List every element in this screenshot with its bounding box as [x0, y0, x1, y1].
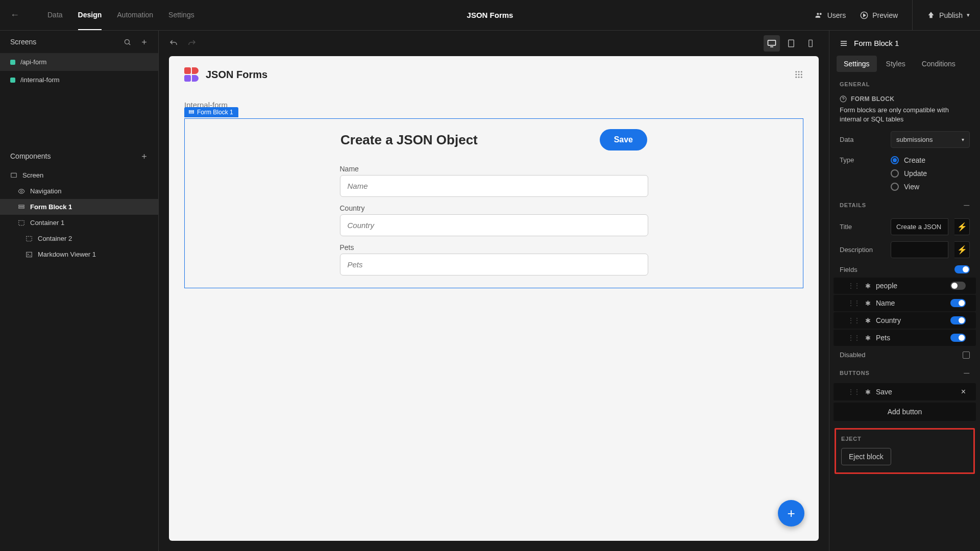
- drag-handle-icon[interactable]: ⋮⋮: [848, 334, 860, 341]
- add-screen-icon[interactable]: [140, 38, 148, 46]
- comp-screen[interactable]: Screen: [0, 167, 158, 183]
- details-title: DETAILS: [840, 202, 866, 208]
- data-label: Data: [840, 136, 885, 143]
- tab-conditions[interactable]: Conditions: [915, 56, 963, 72]
- name-input[interactable]: [340, 175, 648, 197]
- nav-data[interactable]: Data: [47, 1, 63, 30]
- comp-container-1[interactable]: Container 1: [0, 215, 158, 231]
- nav-automation[interactable]: Automation: [117, 1, 153, 30]
- right-panel-tabs: Settings Styles Conditions: [829, 56, 980, 72]
- svg-rect-8: [11, 173, 17, 177]
- eject-block-button[interactable]: Eject block: [841, 448, 891, 465]
- rocket-icon: [927, 11, 935, 19]
- data-value: submissions: [896, 136, 933, 143]
- disabled-label: Disabled: [840, 351, 957, 359]
- comp-markdown-viewer[interactable]: Markdown Viewer 1: [0, 246, 158, 262]
- drag-handle-icon[interactable]: ⋮⋮: [848, 317, 860, 324]
- title-row: Title ⚡: [829, 215, 980, 238]
- drag-handle-icon[interactable]: ⋮⋮: [848, 388, 860, 395]
- button-item-save[interactable]: ⋮⋮ ✱ Save ×: [834, 383, 976, 400]
- redo-icon[interactable]: [187, 39, 197, 48]
- nav-settings[interactable]: Settings: [168, 1, 194, 30]
- field-name: Name: [876, 299, 895, 307]
- title-input[interactable]: [891, 218, 948, 235]
- field-toggle[interactable]: [950, 282, 966, 290]
- gear-icon[interactable]: ✱: [865, 299, 871, 307]
- info-text: Form blocks are only compatible with int…: [840, 106, 970, 124]
- tab-settings[interactable]: Settings: [837, 56, 877, 72]
- remove-icon[interactable]: ×: [961, 387, 966, 396]
- device-switcher: [764, 35, 819, 52]
- top-nav: Data Design Automation Settings: [47, 1, 194, 30]
- device-tablet-icon[interactable]: [783, 35, 799, 52]
- back-arrow-icon[interactable]: ←: [10, 10, 19, 20]
- save-button[interactable]: Save: [600, 129, 647, 151]
- data-select[interactable]: submissions ▾: [891, 131, 970, 148]
- buttons-header[interactable]: BUTTONS —: [829, 363, 980, 383]
- gear-icon[interactable]: ✱: [865, 282, 871, 290]
- radio-create[interactable]: Create: [891, 156, 970, 164]
- field-name: people: [876, 282, 897, 290]
- field-toggle[interactable]: [950, 334, 966, 342]
- form-block-tag[interactable]: Form Block 1: [184, 107, 238, 117]
- nav-design[interactable]: Design: [78, 1, 102, 30]
- details-header[interactable]: DETAILS —: [829, 195, 980, 215]
- collapse-icon: —: [964, 202, 970, 208]
- svg-rect-18: [809, 40, 813, 46]
- svg-point-2: [125, 39, 130, 44]
- hamburger-icon[interactable]: [840, 39, 848, 47]
- comp-form-block[interactable]: Form Block 1: [0, 199, 158, 215]
- gear-icon[interactable]: ✱: [865, 334, 871, 342]
- preview-action[interactable]: Preview: [860, 11, 898, 19]
- comp-container-2[interactable]: Container 2: [0, 231, 158, 246]
- gear-icon[interactable]: ✱: [865, 388, 871, 396]
- disabled-checkbox[interactable]: [963, 352, 970, 359]
- form-icon: [18, 204, 25, 211]
- screen-label: /api-form: [20, 58, 46, 66]
- desc-label: Description: [840, 246, 885, 254]
- radio-update[interactable]: Update: [891, 169, 970, 178]
- field-toggle-row[interactable]: ⋮⋮ ✱ Name: [834, 295, 976, 311]
- form-block[interactable]: Create a JSON Object Save Name Country P…: [184, 118, 803, 288]
- canvas-toolbar: [159, 31, 829, 56]
- undo-icon[interactable]: [169, 39, 178, 48]
- name-label: Name: [340, 165, 648, 173]
- device-desktop-icon[interactable]: [764, 35, 780, 52]
- add-button[interactable]: Add button: [834, 403, 976, 421]
- grid-menu-icon[interactable]: [794, 70, 803, 79]
- field-toggle-row[interactable]: ⋮⋮ ✱ Pets: [834, 330, 976, 346]
- svg-point-27: [801, 77, 802, 78]
- canvas-area: JSON Forms Internal-form Form Block 1: [159, 31, 829, 551]
- bolt-icon[interactable]: ⚡: [954, 241, 970, 258]
- comp-navigation[interactable]: Navigation: [0, 183, 158, 199]
- pets-input[interactable]: [340, 254, 648, 276]
- field-toggle[interactable]: [950, 299, 966, 307]
- tab-styles[interactable]: Styles: [879, 56, 913, 72]
- screen-item-api-form[interactable]: /api-form: [0, 53, 158, 71]
- gear-icon[interactable]: ✱: [865, 317, 871, 324]
- country-input[interactable]: [340, 214, 648, 236]
- radio-view[interactable]: View: [891, 183, 970, 191]
- publish-action[interactable]: Publish ▾: [912, 0, 970, 31]
- container-icon: [26, 235, 33, 242]
- fab-add-button[interactable]: +: [778, 500, 804, 527]
- drag-handle-icon[interactable]: ⋮⋮: [848, 282, 860, 289]
- description-input[interactable]: [891, 241, 948, 258]
- bolt-icon[interactable]: ⚡: [954, 218, 970, 235]
- screens-header: Screens: [0, 31, 158, 53]
- add-component-icon[interactable]: [140, 153, 148, 160]
- search-icon[interactable]: [124, 38, 131, 46]
- top-bar: ← Data Design Automation Settings JSON F…: [0, 0, 980, 31]
- users-action[interactable]: Users: [815, 11, 846, 19]
- field-toggle-row[interactable]: ⋮⋮ ✱ people: [834, 278, 976, 294]
- field-toggle[interactable]: [950, 316, 966, 324]
- description-row: Description ⚡: [829, 238, 980, 261]
- svg-point-22: [795, 74, 797, 76]
- app-title: JSON Forms: [206, 69, 267, 81]
- fields-master-toggle[interactable]: [954, 265, 970, 273]
- device-mobile-icon[interactable]: [802, 35, 819, 52]
- radio-icon: [891, 156, 899, 164]
- field-toggle-row[interactable]: ⋮⋮ ✱ Country: [834, 312, 976, 329]
- screen-item-internal-form[interactable]: /internal-form: [0, 71, 158, 89]
- drag-handle-icon[interactable]: ⋮⋮: [848, 299, 860, 307]
